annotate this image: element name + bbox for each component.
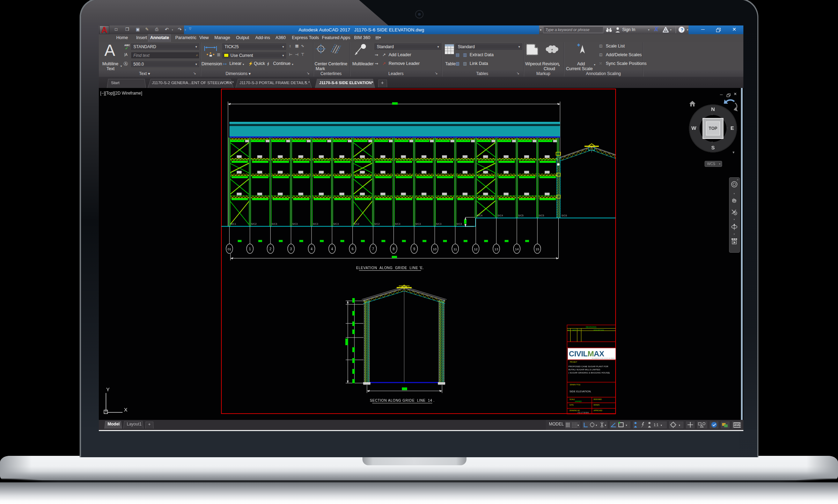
svg-text:11: 11 bbox=[454, 247, 457, 251]
svg-text:8: 8 bbox=[393, 247, 395, 251]
svg-text:SCALE: SCALE bbox=[569, 399, 575, 400]
svg-text:▾: ▾ bbox=[626, 424, 627, 427]
svg-text:S/C2: S/C2 bbox=[374, 223, 380, 225]
svg-text:S/C1: S/C1 bbox=[231, 223, 236, 225]
svg-text:VARIED: VARIED bbox=[575, 400, 582, 402]
svg-text:Y: Y bbox=[106, 386, 110, 392]
svg-text:▾: ▾ bbox=[661, 424, 662, 427]
svg-text:3: 3 bbox=[290, 247, 292, 251]
svg-text:4: 4 bbox=[310, 247, 313, 251]
svg-text:13: 13 bbox=[494, 247, 498, 251]
svg-text:S/C2: S/C2 bbox=[354, 223, 359, 225]
svg-text:▾: ▾ bbox=[596, 424, 597, 427]
svg-text:▾: ▾ bbox=[578, 424, 579, 427]
svg-text:7: 7 bbox=[372, 247, 374, 251]
svg-text:S/C3: S/C3 bbox=[395, 223, 400, 225]
svg-text:SECTION ALONG GRIDE LINE 14: SECTION ALONG GRIDE LINE 14 . bbox=[370, 399, 434, 402]
svg-text:▾: ▾ bbox=[605, 424, 606, 427]
svg-text:APPROVED: APPROVED bbox=[594, 410, 603, 412]
svg-text:ELEVATION ALONG GRIDE LINE: ELEVATION ALONG GRIDE LINE 'E. bbox=[356, 266, 424, 270]
svg-text:6: 6 bbox=[352, 247, 354, 251]
svg-text:S/C3: S/C3 bbox=[292, 223, 298, 225]
svg-text:1: 1 bbox=[249, 247, 251, 251]
svg-text:9: 9 bbox=[413, 247, 415, 251]
svg-text:S/C5: S/C5 bbox=[539, 214, 544, 217]
svg-text:S/C3: S/C3 bbox=[272, 223, 277, 225]
svg-text:DATE: DATE bbox=[569, 404, 574, 406]
svg-text:DATE: DATE bbox=[572, 329, 576, 331]
svg-text:BUTALI SUGAR MILLS LIMITED.: BUTALI SUGAR MILLS LIMITED. bbox=[568, 368, 601, 371]
svg-text:4: 4 bbox=[331, 247, 333, 251]
svg-text:S/C3: S/C3 bbox=[436, 223, 442, 225]
svg-text:S/C5: S/C5 bbox=[518, 214, 524, 217]
svg-text:DESIGNED: DESIGNED bbox=[594, 399, 602, 400]
svg-text:REVISIONS: REVISIONS bbox=[586, 326, 596, 328]
svg-text:S/C6: S/C6 bbox=[561, 214, 567, 217]
svg-text:DRAWN: DRAWN bbox=[594, 404, 600, 406]
svg-text:S/C4: S/C4 bbox=[477, 214, 483, 217]
svg-text:▾: ▾ bbox=[679, 424, 680, 427]
svg-text:2: 2 bbox=[270, 247, 272, 251]
svg-text:1:1: 1:1 bbox=[654, 423, 659, 427]
svg-text:ENGINEER'S KNOWLEDGE BASE: ENGINEER'S KNOWLEDGE BASE bbox=[592, 357, 615, 359]
svg-text:J 1 1 7 0-S-6: J 1 1 7 0-S-6 bbox=[578, 412, 589, 414]
svg-text:14: 14 bbox=[515, 247, 519, 251]
svg-text:PROJECT: PROJECT bbox=[570, 361, 577, 363]
svg-text:( SUGAR GRADING & BAGGING HOU: ( SUGAR GRADING & BAGGING HOUSE) bbox=[568, 371, 610, 374]
svg-text:BY: BY bbox=[578, 329, 580, 331]
svg-text:12: 12 bbox=[474, 247, 478, 251]
svg-text:CIVILMAX: CIVILMAX bbox=[569, 349, 604, 358]
svg-text:SIDE ELEVATION.: SIDE ELEVATION. bbox=[569, 390, 591, 393]
svg-text:S/C4: S/C4 bbox=[498, 214, 503, 217]
svg-text:DESCRIPTION: DESCRIPTION bbox=[594, 329, 604, 331]
svg-text:S/C2: S/C2 bbox=[251, 223, 257, 225]
svg-text:X: X bbox=[124, 407, 127, 413]
svg-text:S/C3: S/C3 bbox=[456, 223, 462, 225]
svg-text:PROPOSED CANE SUGAR PLANT F: PROPOSED CANE SUGAR PLANT FOR bbox=[568, 365, 609, 368]
svg-text:S/C3: S/C3 bbox=[333, 223, 339, 225]
svg-text:10: 10 bbox=[433, 247, 437, 251]
svg-text:DRAWN TITLE: DRAWN TITLE bbox=[570, 384, 580, 386]
svg-text:S/C3: S/C3 bbox=[313, 223, 318, 225]
svg-text:NO.: NO. bbox=[567, 329, 570, 331]
svg-text:S/C3: S/C3 bbox=[416, 223, 421, 225]
svg-text:01: 01 bbox=[228, 247, 231, 251]
svg-text:15: 15 bbox=[536, 247, 539, 251]
